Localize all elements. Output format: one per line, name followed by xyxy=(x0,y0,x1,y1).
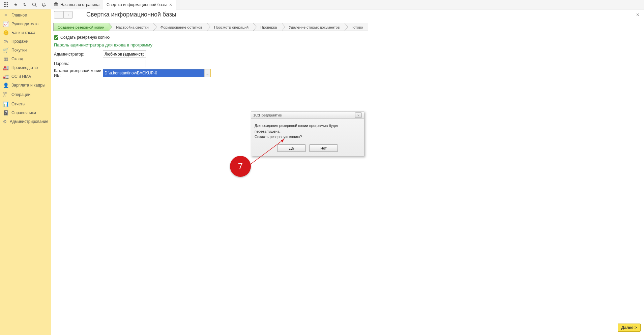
sidebar-item-bank[interactable]: 🪙Банк и касса xyxy=(0,28,51,37)
step-balances[interactable]: Формирование остатков xyxy=(153,23,207,31)
sidebar-item-label: Зарплата и кадры xyxy=(11,83,45,88)
close-page-icon[interactable]: × xyxy=(634,12,641,18)
grid-icon: ▦ xyxy=(3,56,9,62)
sidebar-item-label: Банк и касса xyxy=(11,30,35,35)
svg-rect-6 xyxy=(4,6,5,7)
catalog-browse-button[interactable]: … xyxy=(204,69,210,77)
dialog-message-1: Для создания резервной копии программа б… xyxy=(255,123,360,134)
svg-rect-7 xyxy=(5,6,6,7)
svg-rect-1 xyxy=(5,2,6,3)
tab-home-label: Начальная страница xyxy=(60,2,99,7)
admin-input[interactable] xyxy=(103,51,146,58)
book-icon: 📓 xyxy=(3,110,9,115)
next-button[interactable]: Далее > xyxy=(618,324,641,332)
sidebar-item-reports[interactable]: 📊Отчеты xyxy=(0,100,51,108)
catalog-label: Каталог резервной копии ИБ: xyxy=(54,68,103,78)
sidebar-item-label: Главное xyxy=(11,13,27,18)
sidebar-item-ops[interactable]: Дт/КтОперации xyxy=(0,90,51,100)
sidebar-item-manager[interactable]: 📈Руководителю xyxy=(0,20,51,28)
sidebar-item-refs[interactable]: 📓Справочники xyxy=(0,108,51,117)
dialog-close-button[interactable]: × xyxy=(355,112,362,118)
sidebar-item-label: ОС и НМА xyxy=(11,74,31,79)
content-header: ← → Свертка информационной базы × xyxy=(51,9,644,20)
svg-rect-2 xyxy=(7,2,8,3)
truck-icon: 🚛 xyxy=(3,74,9,79)
dialog-titlebar[interactable]: 1С:Предприятие × xyxy=(251,111,364,119)
section-title: Пароль администратора для входа в програ… xyxy=(54,41,641,49)
admin-label: Администратор: xyxy=(54,52,103,57)
step-backup[interactable]: Создание резервной копии xyxy=(53,23,109,31)
dialog-no-button[interactable]: Нет xyxy=(309,144,338,152)
step-done[interactable]: Готово xyxy=(345,23,368,31)
tab-wrap-db[interactable]: Свертка информационной базы × xyxy=(103,0,176,9)
step-delete-old[interactable]: Удаление старых документов xyxy=(282,23,345,31)
svg-rect-3 xyxy=(4,4,5,5)
svg-rect-4 xyxy=(5,4,6,5)
tab-close-icon[interactable]: × xyxy=(169,2,173,7)
bell-icon[interactable] xyxy=(39,0,49,9)
sidebar-item-label: Отчеты xyxy=(11,102,25,106)
sidebar-item-hr[interactable]: 👤Зарплата и кадры xyxy=(0,81,51,90)
svg-line-10 xyxy=(35,5,37,7)
nav-back-button[interactable]: ← xyxy=(54,11,63,19)
form-area: Создать резервную копию Пароль администр… xyxy=(51,34,644,78)
create-backup-label: Создать резервную копию xyxy=(60,35,110,40)
sidebar-item-purchases[interactable]: 🛒Покупки xyxy=(0,46,51,55)
chart-icon: 📈 xyxy=(3,21,9,27)
sidebar-item-label: Склад xyxy=(11,57,23,61)
sidebar-item-label: Продажи xyxy=(11,39,28,44)
password-input[interactable] xyxy=(103,60,146,67)
star-icon[interactable]: ★ xyxy=(11,0,20,9)
history-icon[interactable]: ↻ xyxy=(20,0,30,9)
sidebar-item-production[interactable]: 🏭Производство xyxy=(0,63,51,72)
dialog-yes-button[interactable]: Да xyxy=(277,144,306,152)
menu-icon: ≡ xyxy=(3,12,9,18)
svg-rect-0 xyxy=(4,2,5,3)
search-icon[interactable] xyxy=(30,0,39,9)
bag-icon: 🛍 xyxy=(3,39,9,44)
sidebar-item-assets[interactable]: 🚛ОС и НМА xyxy=(0,72,51,81)
nav-forward-button[interactable]: → xyxy=(63,11,73,19)
tab-wrap-db-label: Свертка информационной базы xyxy=(107,2,167,7)
coin-icon: 🪙 xyxy=(3,30,9,35)
cart-icon: 🛒 xyxy=(3,47,9,53)
sidebar-item-main[interactable]: ≡Главное xyxy=(0,11,51,20)
gear-icon: ⚙ xyxy=(3,119,7,124)
dialog-message-2: Создать резервную копию? xyxy=(255,134,360,140)
apps-icon[interactable] xyxy=(1,0,11,9)
factory-icon: 🏭 xyxy=(3,65,9,70)
step-view-ops[interactable]: Просмотр операций xyxy=(207,23,253,31)
wizard-steps: Создание резервной копии Настройка сверт… xyxy=(51,20,644,34)
create-backup-checkbox[interactable] xyxy=(54,35,58,40)
step-settings[interactable]: Настройка свертки xyxy=(109,23,153,31)
sidebar: ≡Главное 📈Руководителю 🪙Банк и касса 🛍Пр… xyxy=(0,9,51,335)
page-title: Свертка информационной базы xyxy=(86,11,176,18)
person-icon: 👤 xyxy=(3,82,9,88)
sidebar-item-label: Администрирование xyxy=(10,119,48,124)
dialog-title: 1С:Предприятие xyxy=(253,113,282,117)
sidebar-item-sales[interactable]: 🛍Продажи xyxy=(0,37,51,46)
confirm-dialog: 1С:Предприятие × Для создания резервной … xyxy=(251,111,364,156)
step-check[interactable]: Проверка xyxy=(253,23,282,31)
topbar-icons: ★ ↻ xyxy=(0,0,50,9)
sidebar-item-label: Операции xyxy=(11,92,30,97)
tab-home[interactable]: Начальная страница xyxy=(50,0,103,9)
sidebar-item-warehouse[interactable]: ▦Склад xyxy=(0,55,51,63)
sidebar-item-label: Справочники xyxy=(11,110,36,115)
sidebar-item-label: Покупки xyxy=(11,48,27,53)
sidebar-item-admin[interactable]: ⚙Администрирование xyxy=(0,117,51,126)
dialog-body: Для создания резервной копии программа б… xyxy=(251,119,364,142)
catalog-input[interactable] xyxy=(103,69,204,77)
dtkt-icon: Дт/Кт xyxy=(3,91,9,98)
sidebar-item-label: Производство xyxy=(11,65,38,70)
home-icon xyxy=(54,2,58,7)
password-label: Пароль: xyxy=(54,61,103,66)
callout-number: 7 xyxy=(238,161,243,172)
content: ← → Свертка информационной базы × Создан… xyxy=(51,9,644,335)
sidebar-item-label: Руководителю xyxy=(11,22,38,26)
svg-rect-5 xyxy=(7,4,8,5)
svg-rect-8 xyxy=(7,6,8,7)
bars-icon: 📊 xyxy=(3,101,9,107)
callout-badge: 7 xyxy=(230,156,251,177)
topbar: ★ ↻ Начальная страница Свертка информаци… xyxy=(0,0,644,9)
